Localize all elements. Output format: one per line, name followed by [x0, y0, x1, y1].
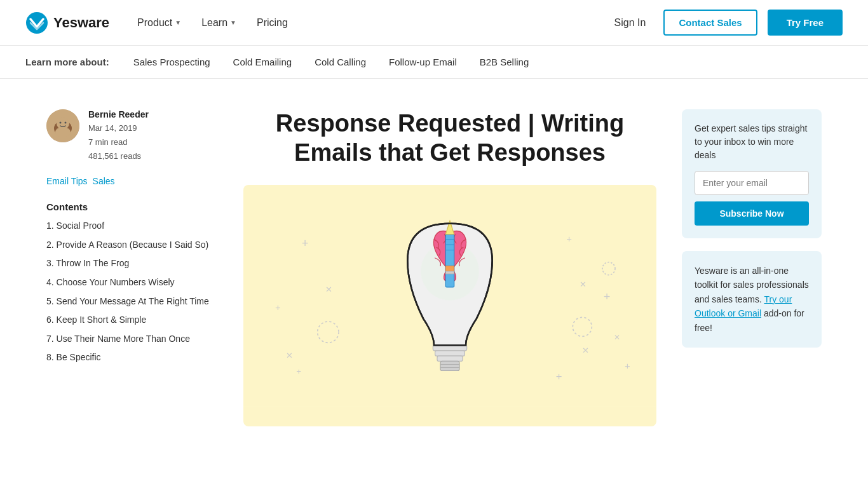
nav-pricing[interactable]: Pricing: [249, 12, 295, 34]
navbar-right: Sign In Contact Sales Try Free: [607, 10, 843, 36]
article-main: Response Requested | Writing Emails that…: [243, 109, 656, 426]
toc-link-8[interactable]: 8. Be Specific: [46, 352, 101, 362]
svg-rect-33: [437, 356, 463, 361]
subscribe-widget-text: Get expert sales tips straight to your i…: [695, 122, 809, 162]
svg-rect-27: [445, 271, 454, 274]
svg-point-4: [60, 122, 62, 124]
toc-link-5[interactable]: 5. Send Your Message At The Right Time: [46, 296, 209, 306]
svg-text:+: +: [604, 290, 611, 303]
info-widget: Yesware is an all-in-one toolkit for sal…: [682, 251, 822, 348]
list-item: 1. Social Proof: [46, 220, 218, 233]
toc-link-1[interactable]: 1. Social Proof: [46, 220, 104, 231]
main-container: Bernie Reeder Mar 14, 2019 7 min read 48…: [21, 79, 847, 452]
logo-text: Yesware: [53, 15, 109, 31]
navbar-left: Yesware Product ▼ Learn ▼ Pricing: [25, 11, 295, 34]
svg-text:+: +: [275, 302, 281, 313]
secondary-nav: Learn more about: Sales Prospecting Cold…: [0, 46, 868, 79]
list-item: 5. Send Your Message At The Right Time: [46, 295, 218, 308]
svg-text:+: +: [296, 367, 301, 377]
author-info: Bernie Reeder Mar 14, 2019 7 min read 48…: [88, 109, 149, 163]
list-item: 4. Choose Your Numbers Wisely: [46, 276, 218, 289]
secondary-link-followup-email[interactable]: Follow-up Email: [380, 54, 466, 70]
toc-link-4[interactable]: 4. Choose Your Numbers Wisely: [46, 277, 175, 287]
svg-text:✕: ✕: [286, 351, 293, 361]
info-widget-body: Yesware is an all-in-one toolkit for sal…: [695, 264, 809, 335]
try-free-button[interactable]: Try Free: [768, 10, 843, 36]
secondary-link-cold-calling[interactable]: Cold Calling: [306, 54, 375, 70]
author-name: Bernie Reeder: [88, 109, 149, 119]
contact-sales-button[interactable]: Contact Sales: [663, 10, 757, 36]
right-sidebar: Get expert sales tips straight to your i…: [682, 109, 822, 426]
list-item: 8. Be Specific: [46, 351, 218, 364]
svg-text:+: +: [556, 370, 562, 383]
main-navbar: Yesware Product ▼ Learn ▼ Pricing Sign I…: [0, 0, 868, 46]
secondary-link-cold-emailing[interactable]: Cold Emailing: [224, 54, 301, 70]
svg-text:✕: ✕: [580, 280, 587, 289]
article-title: Response Requested | Writing Emails that…: [243, 109, 656, 167]
list-item: 6. Keep It Short & Simple: [46, 314, 218, 327]
svg-rect-26: [445, 266, 454, 271]
list-item: 2. Provide A Reason (Because I Said So): [46, 239, 218, 252]
product-chevron-icon: ▼: [175, 19, 181, 26]
svg-rect-34: [440, 362, 459, 371]
svg-rect-24: [445, 234, 454, 287]
tags: Email Tips Sales: [46, 176, 218, 186]
toc-link-6[interactable]: 6. Keep It Short & Simple: [46, 315, 146, 325]
logo-link[interactable]: Yesware: [25, 11, 109, 34]
svg-text:+: +: [302, 237, 309, 250]
subscribe-widget: Get expert sales tips straight to your i…: [682, 109, 822, 238]
toc-link-2[interactable]: 2. Provide A Reason (Because I Said So): [46, 240, 208, 250]
secondary-link-b2b-selling[interactable]: B2B Selling: [471, 54, 538, 70]
left-sidebar: Bernie Reeder Mar 14, 2019 7 min read 48…: [46, 109, 218, 426]
nav-links: Product ▼ Learn ▼ Pricing: [130, 12, 295, 34]
author-date: Mar 14, 2019: [88, 121, 149, 135]
tag-email-tips[interactable]: Email Tips: [46, 176, 88, 186]
author-meta: Mar 14, 2019 7 min read 481,561 reads: [88, 121, 149, 163]
tag-sales[interactable]: Sales: [93, 176, 115, 186]
logo-icon: [25, 11, 48, 34]
toc-link-3[interactable]: 3. Throw In The Frog: [46, 258, 129, 268]
svg-text:+: +: [566, 233, 572, 244]
sign-in-link[interactable]: Sign In: [607, 12, 654, 34]
secondary-link-sales-prospecting[interactable]: Sales Prospecting: [125, 54, 219, 70]
toc-link-7[interactable]: 7. Use Their Name More Than Once: [46, 334, 190, 344]
secondary-nav-label: Learn more about:: [25, 57, 109, 67]
secondary-nav-links: Sales Prospecting Cold Emailing Cold Cal…: [125, 54, 538, 70]
svg-point-0: [26, 12, 48, 34]
email-input[interactable]: [695, 171, 809, 195]
author-block: Bernie Reeder Mar 14, 2019 7 min read 48…: [46, 109, 218, 163]
list-item: 3. Throw In The Frog: [46, 257, 218, 270]
list-item: 7. Use Their Name More Than Once: [46, 333, 218, 346]
nav-learn[interactable]: Learn ▼: [194, 12, 244, 34]
svg-text:+: +: [625, 360, 630, 371]
nav-product[interactable]: Product ▼: [130, 12, 189, 34]
subscribe-button[interactable]: Subscribe Now: [695, 201, 809, 226]
svg-point-6: [55, 127, 71, 137]
contents-list: 1. Social Proof 2. Provide A Reason (Bec…: [46, 220, 218, 364]
svg-point-5: [65, 122, 67, 124]
svg-rect-32: [435, 351, 465, 356]
author-avatar: [46, 109, 79, 142]
svg-text:✕: ✕: [325, 285, 332, 294]
avatar-image: [46, 109, 79, 142]
author-reads: 481,561 reads: [88, 149, 149, 163]
learn-chevron-icon: ▼: [230, 19, 236, 26]
svg-text:✕: ✕: [582, 346, 589, 355]
contents-title: Contents: [46, 201, 218, 212]
article-hero: + + + + + + + ✕ ✕ ✕ ✕ ✕: [243, 185, 656, 426]
svg-text:✕: ✕: [614, 333, 620, 341]
hero-illustration: + + + + + + + ✕ ✕ ✕ ✕ ✕: [243, 185, 656, 426]
author-read: 7 min read: [88, 135, 149, 149]
